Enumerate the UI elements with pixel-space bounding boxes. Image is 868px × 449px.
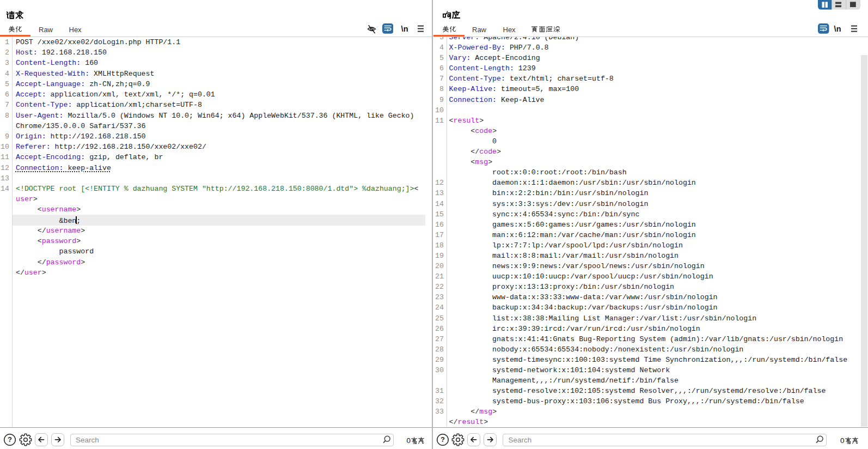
svg-text:?: ? [8, 436, 12, 444]
svg-text:?: ? [441, 436, 445, 444]
